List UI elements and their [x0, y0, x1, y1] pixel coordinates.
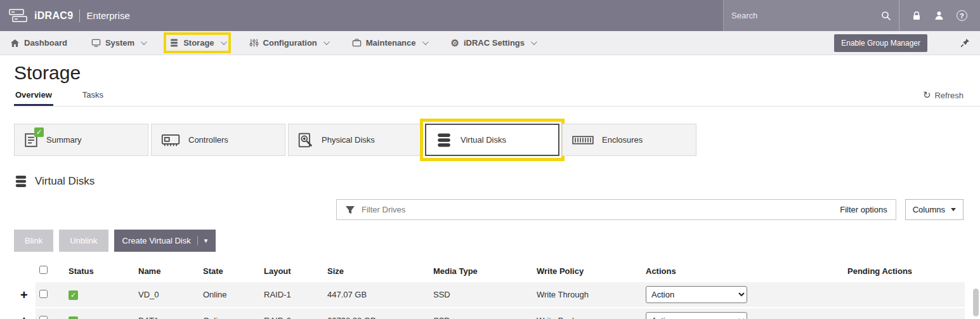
- nav-item-maintenance[interactable]: Maintenance: [352, 38, 427, 48]
- card-virtual-disks[interactable]: Virtual Disks: [425, 124, 559, 156]
- card-label: Enclosures: [602, 135, 643, 145]
- unblink-button[interactable]: Unblink: [59, 230, 108, 252]
- section-header: Virtual Disks: [14, 174, 980, 188]
- help-icon[interactable]: ?: [957, 10, 967, 21]
- card-label: Virtual Disks: [461, 135, 506, 145]
- search-input[interactable]: [731, 11, 876, 20]
- vertical-scrollbar[interactable]: [973, 289, 979, 316]
- card-summary[interactable]: ✓ Summary: [14, 124, 148, 156]
- table-header-row: Status Name State Layout Size Media Type…: [14, 261, 965, 281]
- expand-header: [14, 261, 36, 281]
- enclosures-icon: [572, 134, 594, 146]
- nav-item-configuration[interactable]: Configuration: [249, 38, 328, 48]
- controllers-icon: [161, 133, 180, 148]
- header-name: Name: [134, 261, 199, 281]
- vd-pending-actions: [844, 282, 965, 307]
- storage-cards: ✓ Summary Controllers Physic: [14, 124, 980, 156]
- action-select[interactable]: Action: [646, 286, 747, 303]
- vd-write-policy: Write Through: [533, 282, 642, 307]
- select-all-checkbox[interactable]: [39, 266, 48, 274]
- blink-button[interactable]: Blink: [14, 230, 53, 252]
- enable-group-manager-button[interactable]: Enable Group Manager: [834, 34, 927, 52]
- nav-label: System: [105, 38, 134, 48]
- create-virtual-disk-label: Create Virtual Disk: [122, 236, 191, 245]
- vd-state: Online: [199, 308, 260, 319]
- tab-overview[interactable]: Overview: [14, 85, 53, 106]
- vd-media-type: SSD: [429, 282, 533, 307]
- caret-down-icon: ▾: [204, 237, 208, 244]
- header-size: Size: [323, 261, 429, 281]
- virtual-disks-section-icon: [14, 174, 28, 188]
- physical-disks-icon: [298, 133, 313, 148]
- pin-icon[interactable]: [960, 38, 970, 48]
- create-virtual-disk-button[interactable]: Create Virtual Disk ▾: [114, 230, 216, 252]
- vd-size: 447.07 GB: [323, 282, 429, 307]
- nav-item-storage[interactable]: Storage: [169, 38, 225, 48]
- expand-row-button[interactable]: +: [18, 315, 30, 319]
- nav-item-dashboard[interactable]: Dashboard: [10, 38, 67, 48]
- card-icon-wrap: ✓: [24, 133, 38, 148]
- refresh-button[interactable]: ↻ Refresh: [923, 89, 964, 106]
- card-label: Physical Disks: [322, 135, 375, 145]
- button-divider: [197, 236, 198, 245]
- brand-edition: Enterprise: [86, 10, 129, 21]
- chevron-down-icon: [531, 39, 537, 45]
- topbar: iDRAC9 Enterprise ?: [0, 0, 980, 31]
- table-row-data: + ✓ DATA Online RAID-6 60798.38 GB SSD W…: [14, 308, 965, 319]
- card-physical-disks[interactable]: Physical Disks: [288, 124, 422, 156]
- storage-icon: [169, 38, 179, 48]
- filter-funnel-icon: [345, 205, 355, 215]
- server-logo-icon: [9, 8, 28, 23]
- status-ok-icon: ✓: [69, 316, 78, 319]
- refresh-icon: ↻: [923, 89, 931, 101]
- expand-row-button[interactable]: +: [18, 289, 30, 301]
- nav-item-idrac-settings[interactable]: ⚙ iDRAC Settings: [451, 38, 536, 48]
- section-title: Virtual Disks: [35, 175, 95, 188]
- vd-size: 60798.38 GB: [323, 308, 429, 319]
- lock-icon[interactable]: [912, 11, 921, 21]
- header-actions: Actions: [642, 261, 844, 281]
- nav-label: Maintenance: [366, 38, 416, 48]
- card-enclosures[interactable]: Enclosures: [562, 124, 696, 156]
- action-select[interactable]: Action: [646, 312, 747, 319]
- page-title: Storage: [14, 62, 980, 84]
- nav-label: iDRAC Settings: [464, 38, 525, 48]
- vd-media-type: SSD: [429, 308, 533, 319]
- home-icon: [10, 39, 20, 48]
- brand-separator: [79, 10, 80, 22]
- nav-item-system[interactable]: System: [91, 38, 145, 48]
- tab-tasks[interactable]: Tasks: [81, 85, 105, 106]
- card-label: Controllers: [188, 135, 228, 145]
- filter-drives-input[interactable]: [362, 205, 833, 214]
- refresh-label: Refresh: [934, 91, 964, 100]
- virtual-disks-icon: [436, 132, 452, 148]
- chevron-down-icon: [323, 39, 330, 45]
- row-checkbox[interactable]: [39, 316, 48, 319]
- columns-button[interactable]: Columns: [905, 199, 964, 220]
- topbar-icon-group: ?: [899, 0, 980, 31]
- table-row-vd0: + ✓ VD_0 Online RAID-1 447.07 GB SSD Wri…: [14, 282, 965, 307]
- filter-options-link[interactable]: Filter options: [840, 205, 887, 214]
- vd-name: DATA: [134, 308, 199, 319]
- row-checkbox[interactable]: [39, 290, 48, 298]
- header-status: Status: [65, 261, 134, 281]
- chevron-down-icon: [422, 39, 428, 45]
- status-ok-icon: ✓: [69, 290, 78, 300]
- caret-down-icon: [951, 208, 956, 211]
- topbar-search: [723, 0, 899, 31]
- maintenance-icon: [352, 38, 362, 48]
- card-label: Summary: [46, 135, 82, 145]
- user-icon[interactable]: [934, 11, 944, 20]
- nav-label: Configuration: [263, 38, 317, 48]
- card-controllers[interactable]: Controllers: [151, 124, 285, 156]
- nav-label: Storage: [183, 38, 214, 48]
- search-icon[interactable]: [881, 11, 891, 21]
- header-state: State: [199, 261, 260, 281]
- header-write-policy: Write Policy: [533, 261, 642, 281]
- vd-write-policy: Write Back: [533, 308, 642, 319]
- columns-label: Columns: [913, 205, 945, 214]
- vd-layout: RAID-1: [260, 282, 323, 307]
- main-nav: Dashboard System Storage Configuration: [0, 31, 980, 55]
- tab-bar: Overview Tasks ↻ Refresh: [14, 85, 980, 107]
- header-media-type: Media Type: [429, 261, 533, 281]
